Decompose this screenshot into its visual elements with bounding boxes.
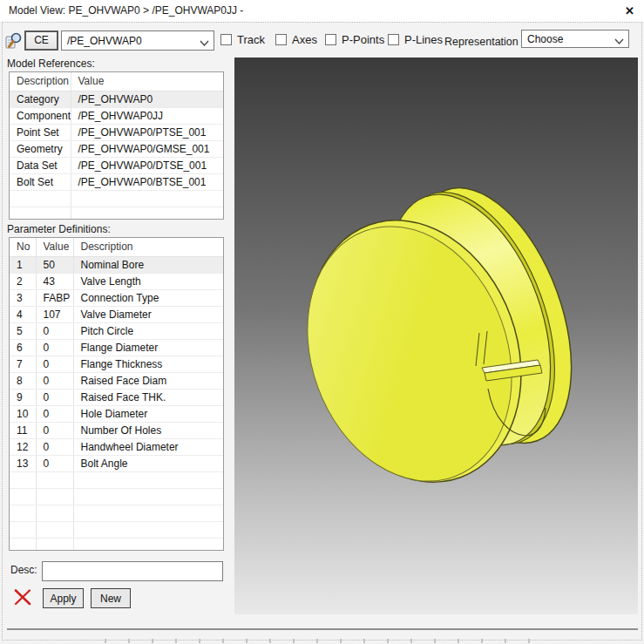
axes-label: Axes <box>292 33 317 46</box>
table-cell[interactable]: Point Set <box>10 124 71 140</box>
table-row-empty <box>10 471 223 488</box>
table-cell[interactable]: 0 <box>36 356 73 372</box>
table-cell[interactable]: 9 <box>10 389 36 405</box>
representation-combobox[interactable]: Choose <box>521 30 629 48</box>
ppoints-checkbox-group: P-Points <box>325 33 384 46</box>
table-cell[interactable]: 6 <box>10 339 36 356</box>
plines-checkbox[interactable] <box>388 34 399 45</box>
table-row[interactable]: 90Raised Face THK. <box>10 389 223 405</box>
table-cell[interactable]: Pitch Circle <box>73 322 223 339</box>
table-row[interactable]: 130Bolt Angle <box>10 455 223 471</box>
table-cell[interactable]: Bolt Angle <box>73 455 223 471</box>
table-row[interactable]: 243Valve Length <box>10 273 223 289</box>
table-row[interactable]: Bolt Set/PE_OHVWAP0/BTSE_001 <box>10 173 223 190</box>
table-cell[interactable]: /PE_OHVWAP0/GMSE_001 <box>71 140 223 157</box>
table-cell[interactable]: 0 <box>36 339 73 356</box>
table-cell[interactable]: Handwheel Diameter <box>73 438 223 455</box>
table-cell[interactable]: Valve Diameter <box>73 306 223 322</box>
table-cell[interactable]: 5 <box>10 322 36 339</box>
table-cell[interactable]: FABP <box>36 289 73 306</box>
table-row[interactable]: 120Handwheel Diameter <box>10 438 223 455</box>
ppoints-label: P-Points <box>342 33 384 46</box>
table-cell[interactable]: 4 <box>10 306 36 322</box>
table-row[interactable]: 60Flange Diameter <box>10 339 223 356</box>
table-row[interactable]: 110Number Of Holes <box>10 422 223 438</box>
column-header: Description <box>73 238 223 256</box>
ppoints-checkbox[interactable] <box>325 34 336 45</box>
table-cell[interactable]: 107 <box>36 306 73 322</box>
table-cell[interactable]: 0 <box>36 455 73 471</box>
table-row[interactable]: 150Nominal Bore <box>10 256 223 273</box>
axes-checkbox[interactable] <box>275 34 287 45</box>
table-cell[interactable]: Category <box>10 91 71 107</box>
new-button[interactable]: New <box>91 588 131 608</box>
table-cell[interactable]: 11 <box>10 422 36 438</box>
table-cell[interactable]: 10 <box>10 405 36 422</box>
3d-viewport[interactable] <box>234 58 638 614</box>
table-row[interactable]: Geometry/PE_OHVWAP0/GMSE_001 <box>10 140 223 157</box>
table-cell[interactable]: 13 <box>10 455 36 471</box>
column-header: Value <box>71 72 223 91</box>
element-name-value: /PE_OHVWAP0 <box>67 31 142 51</box>
table-cell[interactable]: /PE_OHVWAP0/BTSE_001 <box>71 173 223 190</box>
table-cell[interactable]: 0 <box>36 422 73 438</box>
table-cell[interactable]: /PE_OHVWAP0/DTSE_001 <box>71 157 223 173</box>
dialog-title: Model View: PE_OHVWAP0 > /PE_OHVWAP0JJ - <box>9 0 243 22</box>
table-cell[interactable]: Bolt Set <box>10 173 71 190</box>
table-cell[interactable]: Flange Thickness <box>73 356 223 372</box>
column-header: No <box>10 238 36 256</box>
plines-checkbox-group: P-Lines <box>388 33 443 46</box>
table-cell[interactable]: Nominal Bore <box>73 256 223 273</box>
table-cell[interactable]: Valve Length <box>73 273 223 289</box>
dismiss-x-icon[interactable] <box>13 587 32 607</box>
table-cell[interactable]: Hole Diameter <box>73 405 223 422</box>
track-checkbox[interactable] <box>220 34 232 45</box>
table-cell[interactable]: Flange Diameter <box>73 339 223 356</box>
desc-input[interactable] <box>42 561 223 581</box>
chevron-down-icon[interactable] <box>200 37 209 44</box>
apply-button[interactable]: Apply <box>43 588 84 608</box>
table-cell[interactable]: 0 <box>36 389 73 405</box>
valve-body-3d-model <box>234 58 638 614</box>
search-element-icon[interactable] <box>5 31 23 50</box>
table-cell[interactable]: 0 <box>36 372 73 389</box>
table-cell[interactable]: Geometry <box>10 140 71 157</box>
table-cell[interactable]: Number Of Holes <box>73 422 223 438</box>
table-cell[interactable]: 8 <box>10 372 36 389</box>
table-cell[interactable]: 7 <box>10 356 36 372</box>
table-cell[interactable]: /PE_OHVWAP0 <box>71 91 223 107</box>
chevron-down-icon[interactable] <box>614 36 624 43</box>
table-cell[interactable]: 0 <box>36 438 73 455</box>
table-row[interactable]: Component/PE_OHVWAP0JJ <box>10 107 223 124</box>
close-icon[interactable]: ✕ <box>622 3 637 18</box>
table-row[interactable]: Point Set/PE_OHVWAP0/PTSE_001 <box>10 124 223 140</box>
table-cell[interactable]: Raised Face THK. <box>73 389 223 405</box>
table-cell[interactable]: 12 <box>10 438 36 455</box>
element-name-combobox[interactable]: /PE_OHVWAP0 <box>61 31 214 51</box>
table-cell[interactable]: Data Set <box>10 157 71 173</box>
table-cell[interactable]: 2 <box>10 273 36 289</box>
table-row[interactable]: 50Pitch Circle <box>10 322 223 339</box>
table-cell[interactable]: 0 <box>36 322 73 339</box>
table-cell[interactable]: Connection Type <box>73 289 223 306</box>
table-cell[interactable]: 50 <box>36 256 73 273</box>
table-cell[interactable]: /PE_OHVWAP0JJ <box>71 107 223 124</box>
ce-button[interactable]: CE <box>24 31 58 51</box>
table-cell[interactable]: Component <box>10 107 71 124</box>
table-cell[interactable]: 3 <box>10 289 36 306</box>
table-row[interactable]: 100Hole Diameter <box>10 405 223 422</box>
table-row-empty <box>10 207 223 220</box>
table-cell[interactable]: 0 <box>36 405 73 422</box>
table-row[interactable]: Category/PE_OHVWAP0 <box>10 91 223 107</box>
table-row[interactable]: 70Flange Thickness <box>10 356 223 372</box>
table-cell[interactable]: /PE_OHVWAP0/PTSE_001 <box>71 124 223 140</box>
table-cell[interactable]: 1 <box>10 256 36 273</box>
parameter-definitions-label: Parameter Definitions: <box>7 223 111 235</box>
table-row[interactable]: 4107Valve Diameter <box>10 306 223 322</box>
table-row[interactable]: 3FABPConnection Type <box>10 289 223 306</box>
table-row[interactable]: Data Set/PE_OHVWAP0/DTSE_001 <box>10 157 223 173</box>
table-cell[interactable]: Raised Face Diam <box>73 372 223 389</box>
table-row[interactable]: 80Raised Face Diam <box>10 372 223 389</box>
table-cell[interactable]: 43 <box>36 273 73 289</box>
axes-checkbox-group: Axes <box>275 33 317 46</box>
